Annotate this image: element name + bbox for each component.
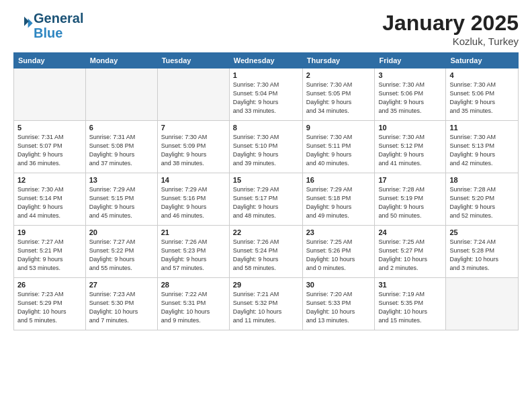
day-info: Sunrise: 7:31 AM Sunset: 5:08 PM Dayligh… xyxy=(89,133,154,168)
day-info: Sunrise: 7:30 AM Sunset: 5:04 PM Dayligh… xyxy=(233,81,299,116)
day-info: Sunrise: 7:30 AM Sunset: 5:09 PM Dayligh… xyxy=(161,133,226,168)
day-number: 29 xyxy=(233,281,299,289)
month-title: January 2025 xyxy=(382,11,519,36)
day-number: 2 xyxy=(306,71,371,79)
page: General Blue January 2025 Kozluk, Turkey… xyxy=(0,0,532,411)
day-info: Sunrise: 7:29 AM Sunset: 5:16 PM Dayligh… xyxy=(161,185,226,220)
day-number: 3 xyxy=(378,71,442,79)
day-info: Sunrise: 7:25 AM Sunset: 5:27 PM Dayligh… xyxy=(378,238,442,273)
table-row: 22Sunrise: 7:26 AM Sunset: 5:24 PM Dayli… xyxy=(229,226,302,278)
location: Kozluk, Turkey xyxy=(382,36,519,47)
day-number: 11 xyxy=(449,124,515,132)
col-friday: Friday xyxy=(375,53,446,68)
day-number: 7 xyxy=(161,124,226,132)
table-row: 3Sunrise: 7:30 AM Sunset: 5:06 PM Daylig… xyxy=(375,68,446,121)
day-number: 26 xyxy=(17,281,82,289)
table-row: 9Sunrise: 7:30 AM Sunset: 5:11 PM Daylig… xyxy=(302,121,375,173)
day-info: Sunrise: 7:30 AM Sunset: 5:14 PM Dayligh… xyxy=(17,185,82,220)
table-row: 17Sunrise: 7:28 AM Sunset: 5:19 PM Dayli… xyxy=(375,173,446,226)
table-row: 11Sunrise: 7:30 AM Sunset: 5:13 PM Dayli… xyxy=(446,121,519,173)
day-number: 16 xyxy=(306,176,371,184)
table-row: 23Sunrise: 7:25 AM Sunset: 5:26 PM Dayli… xyxy=(302,226,375,278)
calendar-week-row: 5Sunrise: 7:31 AM Sunset: 5:07 PM Daylig… xyxy=(14,121,519,173)
table-row: 7Sunrise: 7:30 AM Sunset: 5:09 PM Daylig… xyxy=(157,121,229,173)
table-row: 6Sunrise: 7:31 AM Sunset: 5:08 PM Daylig… xyxy=(85,121,157,173)
day-number: 21 xyxy=(161,228,226,236)
table-row: 14Sunrise: 7:29 AM Sunset: 5:16 PM Dayli… xyxy=(157,173,229,226)
day-info: Sunrise: 7:29 AM Sunset: 5:17 PM Dayligh… xyxy=(233,185,299,220)
calendar-week-row: 19Sunrise: 7:27 AM Sunset: 5:21 PM Dayli… xyxy=(14,226,519,278)
col-thursday: Thursday xyxy=(302,53,375,68)
logo: General Blue xyxy=(13,11,83,40)
day-number: 14 xyxy=(161,176,226,184)
table-row: 2Sunrise: 7:30 AM Sunset: 5:05 PM Daylig… xyxy=(302,68,375,121)
table-row: 31Sunrise: 7:19 AM Sunset: 5:35 PM Dayli… xyxy=(375,278,446,330)
table-row: 24Sunrise: 7:25 AM Sunset: 5:27 PM Dayli… xyxy=(375,226,446,278)
day-number: 19 xyxy=(17,228,82,236)
day-info: Sunrise: 7:28 AM Sunset: 5:19 PM Dayligh… xyxy=(378,185,442,220)
table-row: 21Sunrise: 7:26 AM Sunset: 5:23 PM Dayli… xyxy=(157,226,229,278)
day-number: 18 xyxy=(449,176,515,184)
title-block: January 2025 Kozluk, Turkey xyxy=(382,11,519,47)
calendar-week-row: 12Sunrise: 7:30 AM Sunset: 5:14 PM Dayli… xyxy=(14,173,519,226)
day-info: Sunrise: 7:22 AM Sunset: 5:31 PM Dayligh… xyxy=(161,290,226,325)
table-row: 1Sunrise: 7:30 AM Sunset: 5:04 PM Daylig… xyxy=(229,68,302,121)
day-info: Sunrise: 7:29 AM Sunset: 5:18 PM Dayligh… xyxy=(306,185,371,220)
day-number: 13 xyxy=(89,176,154,184)
day-number: 5 xyxy=(17,124,82,132)
day-info: Sunrise: 7:30 AM Sunset: 5:05 PM Dayligh… xyxy=(306,81,371,116)
table-row: 16Sunrise: 7:29 AM Sunset: 5:18 PM Dayli… xyxy=(302,173,375,226)
logo-line1: General xyxy=(34,11,83,26)
day-info: Sunrise: 7:27 AM Sunset: 5:21 PM Dayligh… xyxy=(17,238,82,273)
day-number: 28 xyxy=(161,281,226,289)
table-row xyxy=(14,68,86,121)
table-row: 27Sunrise: 7:23 AM Sunset: 5:30 PM Dayli… xyxy=(85,278,157,330)
calendar-header-row: Sunday Monday Tuesday Wednesday Thursday… xyxy=(14,53,519,68)
day-number: 30 xyxy=(306,281,371,289)
day-info: Sunrise: 7:23 AM Sunset: 5:29 PM Dayligh… xyxy=(17,290,82,325)
day-number: 6 xyxy=(89,124,154,132)
day-info: Sunrise: 7:24 AM Sunset: 5:28 PM Dayligh… xyxy=(449,238,515,273)
table-row: 28Sunrise: 7:22 AM Sunset: 5:31 PM Dayli… xyxy=(157,278,229,330)
day-info: Sunrise: 7:30 AM Sunset: 5:10 PM Dayligh… xyxy=(233,133,299,168)
table-row: 8Sunrise: 7:30 AM Sunset: 5:10 PM Daylig… xyxy=(229,121,302,173)
day-info: Sunrise: 7:30 AM Sunset: 5:11 PM Dayligh… xyxy=(306,133,371,168)
table-row xyxy=(446,278,519,330)
day-info: Sunrise: 7:28 AM Sunset: 5:20 PM Dayligh… xyxy=(449,185,515,220)
logo-line2: Blue xyxy=(34,26,83,40)
day-number: 20 xyxy=(89,228,154,236)
day-number: 22 xyxy=(233,228,299,236)
calendar-table: Sunday Monday Tuesday Wednesday Thursday… xyxy=(13,52,519,330)
col-saturday: Saturday xyxy=(446,53,519,68)
day-number: 15 xyxy=(233,176,299,184)
calendar-week-row: 26Sunrise: 7:23 AM Sunset: 5:29 PM Dayli… xyxy=(14,278,519,330)
day-info: Sunrise: 7:30 AM Sunset: 5:13 PM Dayligh… xyxy=(449,133,515,168)
col-sunday: Sunday xyxy=(14,53,86,68)
header: General Blue January 2025 Kozluk, Turkey xyxy=(13,11,519,47)
svg-marker-0 xyxy=(28,19,33,28)
table-row: 13Sunrise: 7:29 AM Sunset: 5:15 PM Dayli… xyxy=(85,173,157,226)
logo-icon xyxy=(15,15,34,34)
day-number: 4 xyxy=(449,71,515,79)
day-info: Sunrise: 7:30 AM Sunset: 5:06 PM Dayligh… xyxy=(449,81,515,116)
day-info: Sunrise: 7:20 AM Sunset: 5:33 PM Dayligh… xyxy=(306,290,371,325)
table-row: 25Sunrise: 7:24 AM Sunset: 5:28 PM Dayli… xyxy=(446,226,519,278)
day-info: Sunrise: 7:19 AM Sunset: 5:35 PM Dayligh… xyxy=(378,290,442,325)
table-row: 5Sunrise: 7:31 AM Sunset: 5:07 PM Daylig… xyxy=(14,121,86,173)
day-info: Sunrise: 7:25 AM Sunset: 5:26 PM Dayligh… xyxy=(306,238,371,273)
day-info: Sunrise: 7:30 AM Sunset: 5:12 PM Dayligh… xyxy=(378,133,442,168)
table-row: 4Sunrise: 7:30 AM Sunset: 5:06 PM Daylig… xyxy=(446,68,519,121)
day-number: 25 xyxy=(449,228,515,236)
table-row: 15Sunrise: 7:29 AM Sunset: 5:17 PM Dayli… xyxy=(229,173,302,226)
day-number: 31 xyxy=(378,281,442,289)
table-row: 19Sunrise: 7:27 AM Sunset: 5:21 PM Dayli… xyxy=(14,226,86,278)
day-info: Sunrise: 7:23 AM Sunset: 5:30 PM Dayligh… xyxy=(89,290,154,325)
day-info: Sunrise: 7:27 AM Sunset: 5:22 PM Dayligh… xyxy=(89,238,154,273)
day-number: 27 xyxy=(89,281,154,289)
table-row xyxy=(157,68,229,121)
day-number: 10 xyxy=(378,124,442,132)
table-row: 12Sunrise: 7:30 AM Sunset: 5:14 PM Dayli… xyxy=(14,173,86,226)
day-info: Sunrise: 7:30 AM Sunset: 5:06 PM Dayligh… xyxy=(378,81,442,116)
table-row: 20Sunrise: 7:27 AM Sunset: 5:22 PM Dayli… xyxy=(85,226,157,278)
table-row: 18Sunrise: 7:28 AM Sunset: 5:20 PM Dayli… xyxy=(446,173,519,226)
